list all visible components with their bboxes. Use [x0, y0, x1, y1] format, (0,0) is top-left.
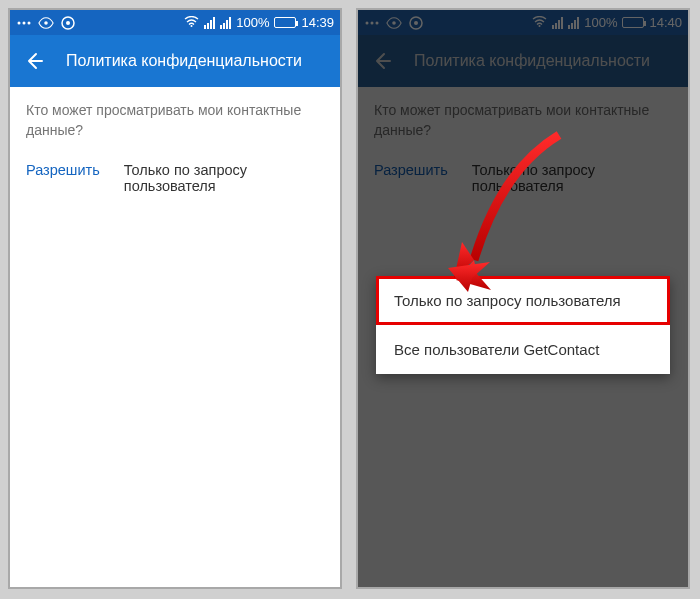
target-icon [60, 15, 76, 31]
svg-point-2 [28, 21, 31, 24]
section-heading: Кто может просматривать мои контактные д… [10, 87, 340, 150]
page-body: Кто может просматривать мои контактные д… [10, 87, 340, 587]
setting-label: Разрешить [26, 162, 100, 194]
signal-icon-1 [204, 17, 215, 29]
svg-point-5 [66, 21, 70, 25]
options-popup: Только по запросу пользователя Все польз… [376, 276, 670, 374]
back-button[interactable] [24, 51, 44, 71]
setting-row[interactable]: Разрешить Только по запросу пользователя [10, 150, 340, 206]
wifi-icon [184, 15, 199, 30]
app-header: Политика конфиденциальности [10, 35, 340, 87]
svg-point-1 [23, 21, 26, 24]
notification-icon [16, 15, 32, 31]
svg-point-0 [18, 21, 21, 24]
svg-point-6 [191, 25, 193, 27]
option-on-request[interactable]: Только по запросу пользователя [376, 276, 670, 325]
battery-pct: 100% [236, 15, 269, 30]
status-bar: 100% 14:39 [10, 10, 340, 35]
svg-point-3 [44, 21, 48, 25]
signal-icon-2 [220, 17, 231, 29]
eye-icon [38, 15, 54, 31]
option-all-users[interactable]: Все пользователи GetContact [376, 325, 670, 374]
screenshot-right: 100% 14:40 Политика конфиденциальности К… [356, 8, 690, 589]
page-title: Политика конфиденциальности [66, 52, 302, 70]
setting-value: Только по запросу пользователя [124, 162, 324, 194]
clock: 14:39 [301, 15, 334, 30]
battery-icon [274, 17, 296, 28]
screenshot-left: 100% 14:39 Политика конфиденциальности К… [8, 8, 342, 589]
